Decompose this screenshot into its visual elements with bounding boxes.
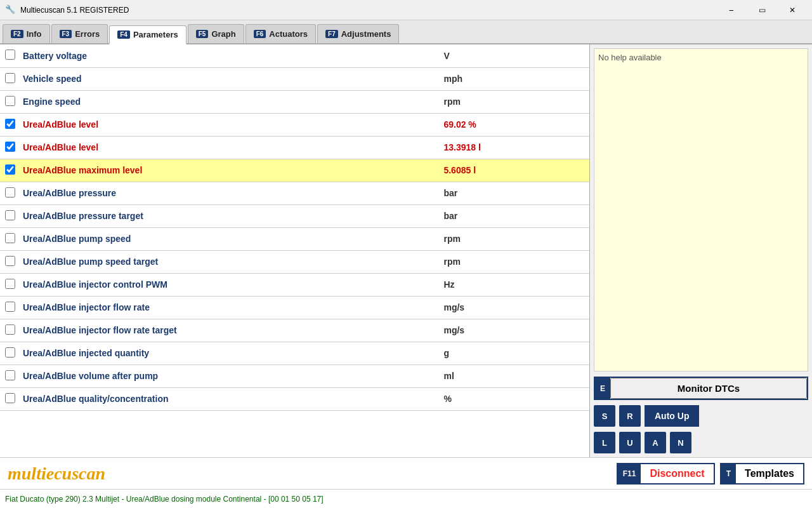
- param-name: Urea/AdBlue injector control PWM: [20, 273, 440, 296]
- statusbar: Fiat Ducato (type 290) 2.3 Multijet - Ur…: [0, 489, 812, 508]
- param-checkbox-cell: [0, 204, 20, 227]
- param-checkbox[interactable]: [5, 370, 15, 380]
- templates-key-badge: T: [721, 464, 736, 483]
- param-checkbox[interactable]: [5, 50, 15, 60]
- tab-parameters-label: Parameters: [133, 30, 178, 39]
- help-box: No help available: [594, 48, 808, 371]
- parameters-table: Battery voltage V Vehicle speed mph Engi…: [0, 44, 589, 411]
- tab-graph-key: F5: [196, 30, 209, 38]
- disconnect-button[interactable]: Disconnect: [641, 464, 713, 483]
- tab-adjustments-key: F7: [325, 30, 338, 38]
- param-name: Urea/AdBlue injected quantity: [20, 342, 440, 364]
- param-checkbox-cell: [0, 364, 20, 387]
- param-unit: rpm: [440, 227, 589, 250]
- window-controls: ‒ ▭ ✕: [717, 1, 807, 20]
- param-checkbox[interactable]: [5, 96, 15, 106]
- help-text: No help available: [598, 53, 662, 62]
- param-checkbox[interactable]: [5, 187, 15, 197]
- param-name: Urea/AdBlue injector flow rate: [20, 296, 440, 319]
- table-row: Urea/AdBlue pressure bar: [0, 182, 589, 204]
- tab-info[interactable]: F2 Info: [3, 24, 50, 43]
- right-panel: No help available E Monitor DTCs S R Aut…: [590, 44, 812, 457]
- param-checkbox-cell: [0, 342, 20, 364]
- param-checkbox[interactable]: [5, 393, 15, 403]
- param-unit: %: [440, 387, 589, 410]
- bottom-right-buttons: F11 Disconnect T Templates: [617, 463, 804, 485]
- param-name: Battery voltage: [20, 44, 440, 67]
- param-checkbox-cell: [0, 227, 20, 250]
- param-checkbox[interactable]: [5, 324, 15, 335]
- param-checkbox-cell: [0, 319, 20, 342]
- table-row: Urea/AdBlue injector flow rate target mg…: [0, 319, 589, 342]
- param-name: Urea/AdBlue pressure: [20, 182, 440, 204]
- param-unit: bar: [440, 182, 589, 204]
- minimize-button[interactable]: ‒: [717, 1, 746, 20]
- key-u-button[interactable]: U: [619, 432, 641, 453]
- param-unit: bar: [440, 204, 589, 227]
- table-row: Urea/AdBlue pump speed target rpm: [0, 250, 589, 273]
- templates-button[interactable]: Templates: [736, 464, 803, 483]
- param-checkbox[interactable]: [5, 142, 15, 152]
- key-l-button[interactable]: L: [594, 432, 615, 453]
- key-n-button[interactable]: N: [670, 432, 691, 453]
- tab-errors-label: Errors: [75, 29, 100, 39]
- maximize-button[interactable]: ▭: [747, 1, 776, 20]
- close-button[interactable]: ✕: [778, 1, 807, 20]
- param-checkbox[interactable]: [5, 279, 15, 289]
- key-row2: L U A N: [594, 432, 808, 453]
- param-checkbox[interactable]: [5, 256, 15, 266]
- param-checkbox-cell: [0, 250, 20, 273]
- key-a-button[interactable]: A: [645, 432, 666, 453]
- app-icon: 🔧: [5, 4, 16, 16]
- parameters-scroll[interactable]: Battery voltage V Vehicle speed mph Engi…: [0, 44, 589, 457]
- tab-actuators-label: Actuators: [269, 29, 308, 39]
- param-name: Urea/AdBlue volume after pump: [20, 364, 440, 387]
- tab-adjustments[interactable]: F7 Adjustments: [317, 24, 399, 43]
- disconnect-key-badge: F11: [618, 464, 641, 483]
- tab-actuators[interactable]: F6 Actuators: [246, 24, 316, 43]
- param-name: Urea/AdBlue injector flow rate target: [20, 319, 440, 342]
- status-text: Fiat Ducato (type 290) 2.3 Multijet - Ur…: [5, 495, 324, 504]
- param-unit: rpm: [440, 250, 589, 273]
- param-checkbox[interactable]: [5, 73, 15, 83]
- param-unit: Hz: [440, 273, 589, 296]
- monitor-dtcs-button[interactable]: Monitor DTCs: [610, 378, 807, 399]
- param-unit: 69.02 %: [440, 113, 589, 136]
- param-checkbox-cell: [0, 136, 20, 159]
- param-unit: mg/s: [440, 319, 589, 342]
- table-row: Urea/AdBlue injector control PWM Hz: [0, 273, 589, 296]
- tab-graph[interactable]: F5 Graph: [188, 24, 244, 43]
- tab-errors[interactable]: F3 Errors: [51, 24, 108, 43]
- param-checkbox[interactable]: [5, 347, 15, 358]
- param-checkbox[interactable]: [5, 233, 15, 243]
- param-unit: ml: [440, 364, 589, 387]
- key-r-button[interactable]: R: [619, 405, 641, 427]
- param-unit: V: [440, 44, 589, 67]
- key-s-button[interactable]: S: [594, 405, 615, 427]
- param-name: Urea/AdBlue quality/concentration: [20, 387, 440, 410]
- param-checkbox[interactable]: [5, 119, 15, 129]
- table-row: Urea/AdBlue volume after pump ml: [0, 364, 589, 387]
- param-name: Urea/AdBlue maximum level: [20, 159, 440, 182]
- param-checkbox-cell: [0, 182, 20, 204]
- auto-up-button[interactable]: Auto Up: [645, 405, 699, 427]
- tab-errors-key: F3: [60, 30, 72, 38]
- tab-info-label: Info: [27, 29, 42, 39]
- param-checkbox-cell: [0, 113, 20, 136]
- param-checkbox-cell: [0, 67, 20, 90]
- param-checkbox-cell: [0, 44, 20, 67]
- tab-parameters-key: F4: [117, 30, 130, 39]
- table-row: Vehicle speed mph: [0, 67, 589, 90]
- param-unit: mg/s: [440, 296, 589, 319]
- param-checkbox-cell: [0, 90, 20, 113]
- table-row: Battery voltage V: [0, 44, 589, 67]
- param-checkbox[interactable]: [5, 302, 15, 312]
- param-name: Urea/AdBlue pump speed target: [20, 250, 440, 273]
- main-content: Battery voltage V Vehicle speed mph Engi…: [0, 44, 812, 457]
- param-checkbox[interactable]: [5, 210, 15, 220]
- param-checkbox[interactable]: [5, 164, 15, 175]
- parameters-panel: Battery voltage V Vehicle speed mph Engi…: [0, 44, 590, 457]
- table-row: Urea/AdBlue pressure target bar: [0, 204, 589, 227]
- templates-label: Templates: [745, 468, 794, 479]
- tab-parameters[interactable]: F4 Parameters: [109, 25, 187, 44]
